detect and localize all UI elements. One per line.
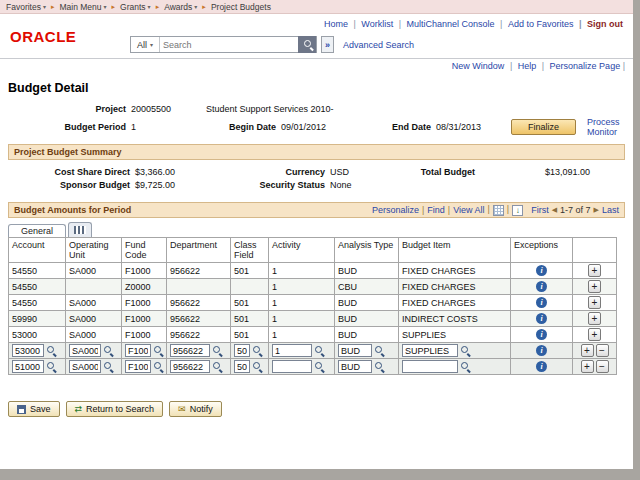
- add-row-button[interactable]: +: [588, 328, 601, 341]
- search-input[interactable]: [160, 38, 298, 52]
- exception-detail-icon[interactable]: i: [536, 297, 547, 308]
- add-row-button[interactable]: +: [588, 312, 601, 325]
- personalize-page-link[interactable]: Personalize Page: [542, 61, 620, 71]
- security-status-value: None: [330, 180, 385, 190]
- lookup-icon[interactable]: [460, 361, 471, 372]
- page-range: 1-7 of 7: [560, 205, 591, 215]
- previous-page-icon[interactable]: ◀: [552, 206, 557, 214]
- download-icon[interactable]: ↓: [512, 205, 523, 216]
- breadcrumb-item-favorites[interactable]: Favorites ▾: [6, 2, 46, 12]
- lookup-icon[interactable]: [212, 361, 223, 372]
- cell-class-field: 501: [231, 295, 269, 311]
- lookup-icon[interactable]: [252, 345, 263, 356]
- breadcrumb-item-main-menu[interactable]: Main Menu ▾: [60, 2, 107, 12]
- lookup-icon[interactable]: [103, 361, 114, 372]
- exception-detail-icon[interactable]: i: [536, 281, 547, 292]
- cell-analysis-type: [335, 359, 399, 375]
- next-page-icon[interactable]: ▶: [594, 206, 599, 214]
- lookup-icon[interactable]: [252, 361, 263, 372]
- cell-account: 54550: [9, 279, 66, 295]
- exception-detail-icon[interactable]: i: [536, 329, 547, 340]
- analysis-type-input[interactable]: [338, 344, 372, 357]
- last-link[interactable]: Last: [602, 205, 619, 215]
- add-to-favorites-link[interactable]: Add to Favorites: [500, 19, 573, 29]
- tab-general[interactable]: General: [8, 224, 66, 237]
- operating-unit-input[interactable]: [69, 360, 101, 373]
- currency-value: USD: [330, 167, 385, 177]
- exception-detail-icon[interactable]: i: [536, 265, 547, 276]
- view-all-link[interactable]: View All: [453, 205, 484, 215]
- return-to-search-label: Return to Search: [86, 404, 154, 414]
- search-expand-button[interactable]: »: [321, 36, 334, 53]
- account-input[interactable]: [12, 344, 44, 357]
- lookup-icon[interactable]: [153, 361, 164, 372]
- department-input[interactable]: [170, 360, 210, 373]
- lookup-icon[interactable]: [153, 345, 164, 356]
- lookup-icon[interactable]: [460, 345, 471, 356]
- multichannel-console-link[interactable]: MultiChannel Console: [399, 19, 495, 29]
- search-button[interactable]: [298, 36, 316, 53]
- department-input[interactable]: [170, 344, 210, 357]
- exception-detail-icon[interactable]: i: [536, 361, 547, 372]
- worklist-link[interactable]: Worklist: [353, 19, 393, 29]
- breadcrumb-item-grants[interactable]: Grants ▾: [120, 2, 151, 12]
- analysis-type-input[interactable]: [338, 360, 372, 373]
- first-link[interactable]: First: [531, 205, 549, 215]
- class-field-input[interactable]: [234, 344, 250, 357]
- summary-row: Sponsor Budget $9,725.00 Security Status…: [8, 180, 625, 190]
- delete-row-button[interactable]: −: [596, 344, 609, 357]
- add-row-button[interactable]: +: [581, 360, 594, 373]
- breadcrumb-item-awards[interactable]: Awards ▾: [164, 2, 197, 12]
- budget-item-input[interactable]: [402, 360, 458, 373]
- add-row-button[interactable]: +: [588, 280, 601, 293]
- search-box: All ▾: [130, 36, 317, 53]
- fund-code-input[interactable]: [125, 344, 151, 357]
- activity-input[interactable]: [272, 344, 312, 357]
- add-row-button[interactable]: +: [588, 296, 601, 309]
- lookup-icon[interactable]: [103, 345, 114, 356]
- search-scope-dropdown[interactable]: All ▾: [131, 37, 160, 52]
- cell-department: 956622: [167, 263, 231, 279]
- return-to-search-button[interactable]: ⇄ Return to Search: [66, 401, 164, 417]
- finalize-button[interactable]: Finalize: [511, 119, 576, 135]
- breadcrumb-item-project-budgets[interactable]: Project Budgets: [211, 2, 271, 12]
- new-window-link[interactable]: New Window: [452, 61, 505, 71]
- column-header: Class Field: [231, 238, 269, 263]
- class-field-input[interactable]: [234, 360, 250, 373]
- cell-account: [9, 343, 66, 359]
- sign-out-link[interactable]: Sign out: [579, 19, 623, 29]
- lookup-icon[interactable]: [374, 345, 385, 356]
- advanced-search-link[interactable]: Advanced Search: [343, 40, 414, 50]
- exception-detail-icon[interactable]: i: [536, 313, 547, 324]
- breadcrumb-separator-icon: ▸: [202, 3, 206, 11]
- activity-input[interactable]: [272, 360, 312, 373]
- zoom-grid-icon[interactable]: [493, 205, 504, 216]
- add-row-button[interactable]: +: [588, 264, 601, 277]
- help-link[interactable]: Help: [510, 61, 536, 71]
- notify-button[interactable]: ✉ Notify: [169, 401, 222, 417]
- find-link[interactable]: Find: [427, 205, 445, 215]
- lookup-icon[interactable]: [374, 361, 385, 372]
- lookup-icon[interactable]: [46, 361, 57, 372]
- add-row-button[interactable]: +: [581, 344, 594, 357]
- breadcrumb-label: Project Budgets: [211, 2, 271, 12]
- fund-code-input[interactable]: [125, 360, 151, 373]
- period-row: Budget Period 1 Begin Date 09/01/2012 En…: [8, 117, 625, 137]
- save-button[interactable]: Save: [8, 401, 60, 417]
- lookup-icon[interactable]: [212, 345, 223, 356]
- lookup-icon[interactable]: [314, 361, 325, 372]
- personalize-link[interactable]: Personalize: [372, 205, 419, 215]
- column-header: Budget Item: [399, 238, 511, 263]
- lookup-icon[interactable]: [46, 345, 57, 356]
- exception-detail-icon[interactable]: i: [536, 345, 547, 356]
- home-link[interactable]: Home: [324, 19, 348, 29]
- delete-row-button[interactable]: −: [596, 360, 609, 373]
- operating-unit-input[interactable]: [69, 344, 101, 357]
- process-monitor-link[interactable]: Process Monitor: [587, 117, 623, 137]
- budget-item-input[interactable]: [402, 344, 458, 357]
- account-input[interactable]: [12, 360, 44, 373]
- show-all-columns-tab[interactable]: [68, 222, 92, 237]
- summary-section: Cost Share Direct $3,366.00 Currency USD…: [8, 160, 625, 195]
- cell-analysis-type: BUD: [335, 311, 399, 327]
- lookup-icon[interactable]: [314, 345, 325, 356]
